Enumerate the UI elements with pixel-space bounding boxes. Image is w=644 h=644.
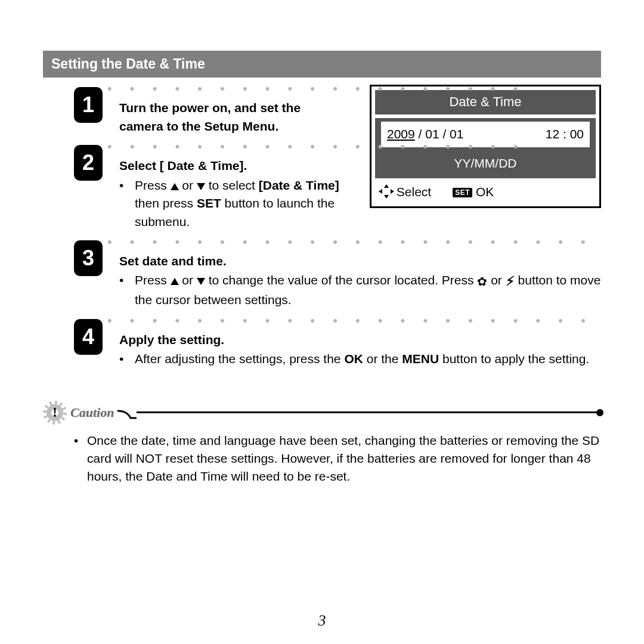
step-2: • • • • • • • • • • • • • • • • • • • 2 … <box>43 143 601 233</box>
step-badge: 1 <box>74 87 103 123</box>
step-3: • • • • • • • • • • • • • • • • • • • • … <box>43 238 601 312</box>
t: Press <box>135 273 171 287</box>
bullet-dot: • <box>74 432 87 486</box>
step-content: Turn the power on, and set the camera to… <box>95 95 346 138</box>
t: to change the value of the cursor locate… <box>209 273 478 287</box>
macro-flower-icon: ✿ <box>477 275 487 287</box>
caution-section: ! Caution • Once the date, time and lang… <box>43 401 601 486</box>
bullet-text: After adjusting the settings, press the … <box>135 350 601 368</box>
step-bullet: • After adjusting the settings, press th… <box>119 350 601 368</box>
t: or the <box>367 352 402 366</box>
t: After adjusting the settings, press the <box>135 352 344 366</box>
manual-page: Setting the Date & Time Date & Time 2009… <box>0 0 644 644</box>
dotted-divider: • • • • • • • • • • • • • • • • • • • • … <box>95 238 601 249</box>
t: then press <box>135 196 197 210</box>
bullet-text: Press or to select [Date & Time] then pr… <box>135 177 346 231</box>
triangle-down-icon <box>197 183 205 190</box>
step-badge: 3 <box>74 240 103 276</box>
caution-text: Once the date, time and language have be… <box>87 432 600 486</box>
step-content: Select [ Date & Time]. • Press or to sel… <box>95 153 346 233</box>
t: button to apply the setting. <box>442 352 589 366</box>
t: or <box>182 273 197 287</box>
step-content: Set date and time. • Press or to change … <box>95 249 601 312</box>
bullet-text: Press or to change the value of the curs… <box>135 271 601 309</box>
bold: SET <box>197 196 221 210</box>
triangle-up-icon <box>171 278 179 285</box>
caution-rule-line <box>137 411 601 413</box>
step-bullet: • Press or to select [Date & Time] then … <box>119 177 346 231</box>
t: Press <box>135 178 171 192</box>
step-badge: 2 <box>74 145 103 181</box>
triangle-up-icon <box>171 183 179 190</box>
dotted-divider: • • • • • • • • • • • • • • • • • • • • … <box>95 317 601 327</box>
step-4: • • • • • • • • • • • • • • • • • • • • … <box>43 317 601 371</box>
flash-bolt-icon: ⚡︎ <box>506 272 515 291</box>
gear-alert-icon: ! <box>43 401 67 425</box>
bold: OK <box>344 352 363 366</box>
steps-list: • • • • • • • • • • • • • • • • • • • 1 … <box>43 85 601 370</box>
t: or <box>182 178 197 192</box>
page-number: 3 <box>0 609 644 632</box>
bullet-dot: • <box>119 177 135 231</box>
step-1: • • • • • • • • • • • • • • • • • • • 1 … <box>43 85 601 138</box>
bullet-dot: • <box>119 271 135 309</box>
caution-label: Caution <box>70 403 114 422</box>
step-title: Turn the power on, and set the camera to… <box>119 99 346 135</box>
step-title: Select [ Date & Time]. <box>119 157 346 175</box>
step-badge: 4 <box>74 319 103 355</box>
step-content: Apply the setting. • After adjusting the… <box>95 327 601 371</box>
step-title: Apply the setting. <box>119 331 601 349</box>
t: or <box>491 273 506 287</box>
body-area: Date & Time 2009 / 01 / 01 12 : 00 YY/MM… <box>43 85 601 486</box>
t: to select <box>209 178 259 192</box>
bullet-dot: • <box>119 350 135 368</box>
step-bullet: • Press or to change the value of the cu… <box>119 271 601 309</box>
dotted-divider: • • • • • • • • • • • • • • • • • • • <box>95 143 601 153</box>
dotted-divider: • • • • • • • • • • • • • • • • • • • <box>95 85 601 95</box>
triangle-down-icon <box>197 278 205 285</box>
bold: [Date & Time] <box>259 178 339 192</box>
section-title: Setting the Date & Time <box>43 51 601 78</box>
bold: MENU <box>402 352 439 366</box>
caution-bullet: • Once the date, time and language have … <box>43 432 601 486</box>
step-title: Set date and time. <box>119 252 601 270</box>
caution-hook-icon <box>119 406 137 419</box>
caution-header: ! Caution <box>43 401 601 425</box>
